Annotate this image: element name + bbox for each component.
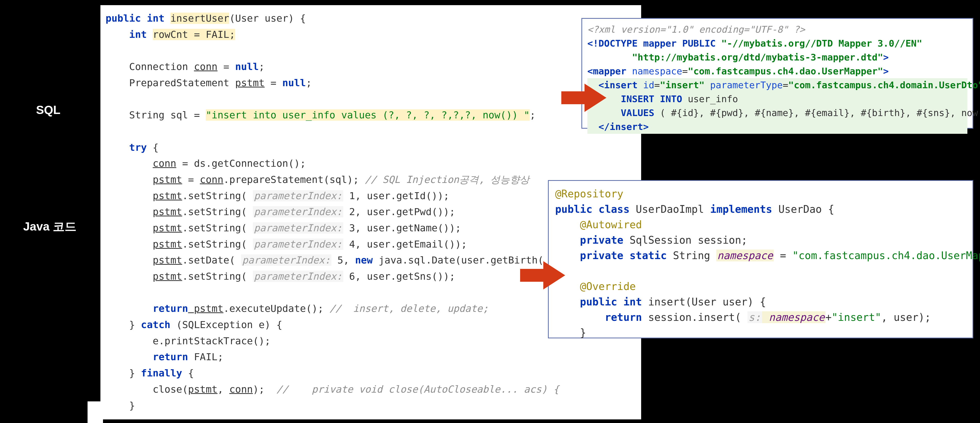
svg-marker-0: [561, 84, 606, 112]
decorative-block: [88, 401, 103, 423]
java-impl-content: @Repository public class UserDaoImpl imp…: [555, 186, 966, 341]
arrow-icon: [520, 260, 566, 291]
svg-marker-1: [520, 261, 565, 290]
label-sql: SQL: [36, 103, 60, 117]
label-java: Java 코드: [23, 219, 76, 234]
arrow-icon: [561, 82, 608, 113]
java-impl-panel: @Repository public class UserDaoImpl imp…: [548, 180, 973, 338]
xml-content: <?xml version="1.0" encoding="UTF-8" ?> …: [587, 23, 967, 134]
xml-panel: <?xml version="1.0" encoding="UTF-8" ?> …: [581, 18, 973, 129]
